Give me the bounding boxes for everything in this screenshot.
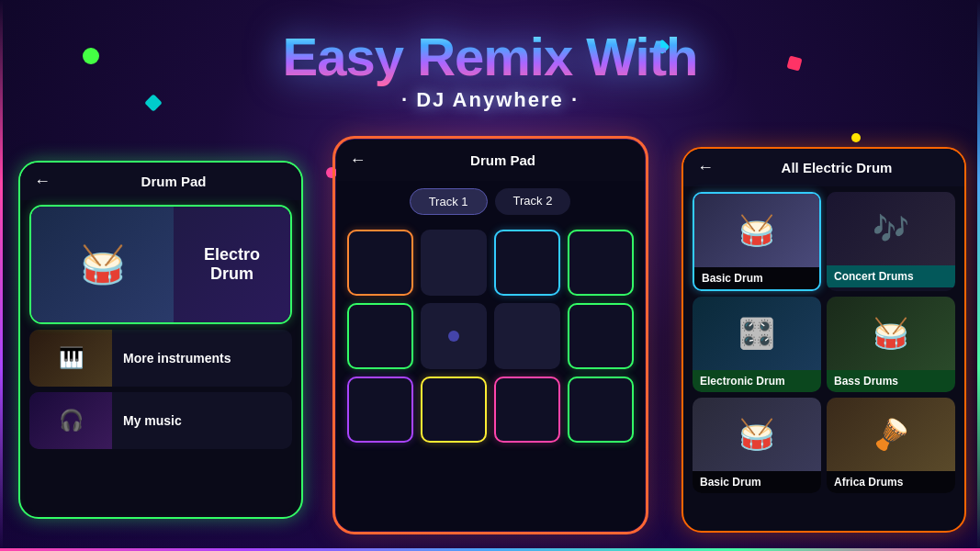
pad-10[interactable] — [421, 377, 487, 443]
phone-center-inner: ← Drum Pad Track 1 Track 2 — [336, 140, 645, 531]
phone-left: ← Drum Pad 🥁 Electro Drum 🎹 More instrum… — [18, 161, 303, 519]
pad-5[interactable] — [347, 303, 413, 369]
decor-dot-teal — [144, 94, 163, 112]
pad-8[interactable] — [568, 303, 634, 369]
basic-drum-2-label: Basic Drum — [693, 471, 821, 493]
drum-pad-grid — [336, 222, 645, 450]
pad-9[interactable] — [347, 377, 413, 443]
phone-right-title: All Electric Drum — [723, 160, 951, 175]
phone-left-header: ← Drum Pad — [20, 163, 301, 200]
concert-drums-image: 🎶 — [827, 192, 955, 265]
phone-center-title: Drum Pad — [376, 152, 631, 168]
africa-drums-label: Africa Drums — [827, 471, 955, 493]
basic-drum-2-item[interactable]: 🥁 Basic Drum — [693, 398, 821, 493]
electronic-drum-image: 🎛️ — [693, 297, 821, 370]
glow-line-left — [0, 0, 3, 551]
electro-drum-label: Electro Drum — [174, 245, 290, 284]
app-subtitle: · DJ Anywhere · — [283, 88, 698, 112]
electro-drum-image: 🥁 — [31, 207, 174, 322]
instruments-label: More instruments — [112, 351, 292, 365]
drum-pad-tabs: Track 1 Track 2 — [336, 181, 645, 222]
pad-1[interactable] — [347, 230, 413, 296]
app-title: Easy Remix With — [283, 28, 698, 86]
back-button-left[interactable]: ← — [34, 172, 51, 191]
phone-center-header: ← Drum Pad — [336, 140, 645, 181]
concert-drums-item[interactable]: 🎶 Concert Drums — [827, 192, 955, 291]
pad-7[interactable] — [494, 303, 560, 369]
my-music-label: My music — [112, 413, 292, 428]
phone-left-title: Drum Pad — [60, 174, 287, 189]
drum-category-grid: 🥁 Basic Drum 🎶 Concert Drums 🎛️ Electron… — [683, 186, 964, 499]
title-area: Easy Remix With · DJ Anywhere · — [283, 28, 698, 112]
back-button-center[interactable]: ← — [350, 151, 366, 170]
tab-track1[interactable]: Track 1 — [410, 188, 488, 215]
subtitle-dot: · — [401, 88, 409, 111]
basic-drum-label: Basic Drum — [694, 267, 819, 289]
electro-drum-bg: 🥁 Electro Drum — [31, 207, 290, 322]
subtitle-dot2: · — [571, 88, 579, 111]
pad-3[interactable] — [494, 230, 560, 296]
pad-2[interactable] — [421, 230, 487, 296]
pad-11[interactable] — [494, 377, 560, 443]
phone-right: ← All Electric Drum 🥁 Basic Drum 🎶 Conce… — [681, 147, 966, 533]
africa-drums-item[interactable]: 🪘 Africa Drums — [827, 398, 955, 493]
basic-drum-2-image: 🥁 — [693, 398, 821, 471]
my-music-image: 🎧 — [29, 392, 112, 449]
electronic-drum-label: Electronic Drum — [693, 370, 821, 392]
decor-dot-green — [83, 48, 99, 64]
africa-drums-image: 🪘 — [827, 398, 955, 471]
concert-drums-label: Concert Drums — [827, 265, 955, 287]
electronic-drum-item[interactable]: 🎛️ Electronic Drum — [693, 297, 821, 392]
decor-dot-red — [786, 55, 802, 71]
pad-6[interactable] — [421, 303, 487, 369]
pad-center-dot — [448, 331, 459, 342]
bass-drums-item[interactable]: 🥁 Bass Drums — [827, 297, 955, 392]
decor-dot-yellow — [851, 133, 861, 142]
pad-12[interactable] — [568, 377, 634, 443]
more-instruments-item[interactable]: 🎹 More instruments — [29, 330, 292, 387]
basic-drum-image: 🥁 — [694, 194, 819, 267]
my-music-item[interactable]: 🎧 My music — [29, 392, 292, 449]
instruments-image: 🎹 — [29, 330, 112, 387]
basic-drum-item[interactable]: 🥁 Basic Drum — [693, 192, 821, 291]
phone-right-header: ← All Electric Drum — [683, 149, 964, 186]
bass-drums-label: Bass Drums — [827, 370, 955, 392]
bass-drums-image: 🥁 — [827, 297, 955, 370]
electro-drum-item[interactable]: 🥁 Electro Drum — [29, 205, 292, 324]
pad-4[interactable] — [568, 230, 634, 296]
tab-track2[interactable]: Track 2 — [495, 188, 571, 215]
back-button-right[interactable]: ← — [697, 158, 714, 177]
phone-center: ← Drum Pad Track 1 Track 2 — [334, 138, 647, 533]
